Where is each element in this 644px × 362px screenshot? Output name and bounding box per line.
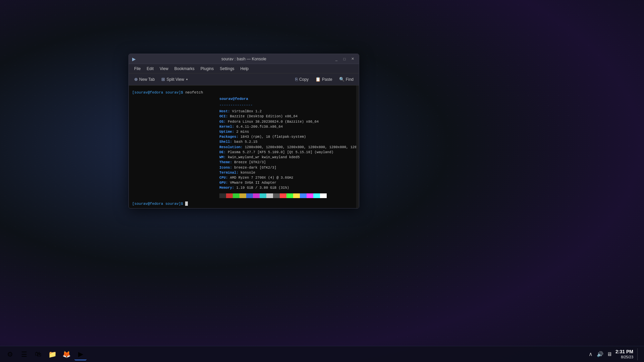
copy-button[interactable]: ⎘ Copy [292, 75, 311, 83]
chevron-down-icon: ▾ [186, 78, 188, 81]
show-desktop-button[interactable] [637, 348, 640, 360]
info-key: Shell: [219, 140, 232, 144]
info-val: Breeze [GTK2/3] [234, 160, 266, 164]
system-tray: ∧ 🔊 🖥 [587, 351, 613, 358]
new-tab-button[interactable]: ⊕ New Tab [131, 75, 157, 83]
menu-view[interactable]: View [157, 65, 171, 72]
menu-help[interactable]: Help [238, 65, 252, 72]
copy-label: Copy [299, 77, 309, 82]
info-key: GPU: [219, 181, 228, 185]
color-block [293, 193, 300, 198]
sysinfo-item: Shell: bash 5.2.15 [219, 139, 356, 144]
sysinfo-item: CPU: AMD Ryzen 7 2700X (4) @ 3.6GHz [219, 175, 356, 180]
info-key: Packages: [219, 135, 238, 139]
info-val: 6.4.11-200.fc38.x86_64 [236, 125, 283, 129]
info-val: 1843 (rpm), 18 (flatpak-system) [240, 135, 306, 139]
volume-icon[interactable]: 🔊 [597, 351, 603, 358]
info-key: Uptime: [219, 130, 234, 134]
find-button[interactable]: 🔍 Find [336, 75, 356, 83]
info-key: CPU: [219, 176, 228, 180]
sysinfo-item: GPU: VMware SVGA II Adapter [219, 180, 356, 185]
info-val: 1.19 GiB / 3.80 GiB (31%) [236, 186, 289, 190]
sysinfo-item: WM: kwin_wayland_wr kwin_wayland kded5 [219, 155, 356, 160]
sysinfo-item: Memory: 1.19 GiB / 3.80 GiB (31%) [219, 185, 356, 190]
prompt-final: [sourav@fedora sourav]$ [132, 201, 353, 206]
color-block [233, 193, 239, 198]
konsole-icon: ▶ [132, 56, 138, 62]
split-view-button[interactable]: ⊞ Split View ▾ [159, 75, 190, 83]
info-key: OS: [219, 120, 226, 124]
info-key: Icons: [219, 166, 232, 170]
info-val: 2 mins [236, 130, 249, 134]
taskbar-icon-dolphin[interactable]: ☰ [18, 348, 30, 360]
terminal-area[interactable]: [sourav@fedora sourav]$ neofetch sourav@… [129, 85, 359, 208]
find-icon: 🔍 [339, 77, 344, 82]
sysinfo-item: DE: Plasma 5.27.7 [KF5 5.109.0] [Qt 5.15… [219, 150, 356, 155]
prompt-user: [sourav@fedora sourav]$ [132, 90, 183, 95]
taskbar-icon-discover[interactable]: 🛍 [32, 348, 44, 360]
toolbar: ⊕ New Tab ⊞ Split View ▾ ⎘ Copy 📋 Paste [129, 73, 359, 85]
sysinfo-item: OS: Fedora Linux 38.20230824.0 (Bazzite)… [219, 119, 356, 124]
neofetch-output: sourav@fedora --------------- Host: Virt… [132, 97, 353, 198]
taskbar-icon-kde-menu[interactable]: ⚙ [4, 348, 16, 360]
info-val: AMD Ryzen 7 2700X (4) @ 3.6GHz [230, 176, 293, 180]
taskbar-icon-files[interactable]: 📁 [46, 348, 58, 360]
menu-bar: File Edit View Bookmarks Plugins Setting… [129, 64, 359, 73]
color-block [253, 193, 260, 198]
paste-icon: 📋 [315, 77, 321, 82]
minimize-button[interactable]: _ [333, 56, 339, 62]
info-val: VMware SVGA II Adapter [230, 181, 277, 185]
terminal-content[interactable]: [sourav@fedora sourav]$ neofetch sourav@… [129, 85, 356, 208]
sysinfo-item: Icons: breeze-dark [GTK2/3] [219, 165, 356, 170]
taskbar-icon-firefox[interactable]: 🦊 [60, 348, 72, 360]
info-key: Kernel: [219, 125, 234, 129]
color-blocks [219, 193, 356, 198]
clock[interactable]: 2:31 PM 8/25/23 [615, 349, 633, 359]
sysinfo-panel: sourav@fedora --------------- Host: Virt… [219, 97, 356, 198]
clock-time: 2:31 PM [615, 349, 633, 355]
menu-edit[interactable]: Edit [144, 65, 156, 72]
info-key: WM: [219, 155, 226, 159]
maximize-button[interactable]: □ [341, 56, 347, 62]
menu-bookmarks[interactable]: Bookmarks [172, 65, 197, 72]
color-block [307, 193, 313, 198]
info-val: 1280x800, 1280x800, 1280x800, 1280x800, … [245, 145, 356, 149]
display-icon[interactable]: 🖥 [606, 351, 613, 358]
paste-button[interactable]: 📋 Paste [313, 75, 335, 83]
color-block [286, 193, 293, 198]
color-block [246, 193, 253, 198]
new-tab-label: New Tab [139, 77, 155, 82]
window-title: sourav : bash — Konsole [221, 57, 266, 61]
color-block [226, 193, 233, 198]
sysinfo-item: Uptime: 2 mins [219, 129, 356, 134]
title-bar: ▶ sourav : bash — Konsole _ □ ✕ [129, 54, 359, 64]
split-view-icon: ⊞ [161, 77, 165, 82]
chevron-up-icon[interactable]: ∧ [587, 351, 594, 358]
menu-plugins[interactable]: Plugins [198, 65, 216, 72]
scrollbar[interactable] [356, 85, 359, 208]
window-controls: _ □ ✕ [333, 56, 356, 62]
konsole-window: ▶ sourav : bash — Konsole _ □ ✕ File Edi… [128, 54, 359, 208]
paste-label: Paste [322, 77, 332, 82]
taskbar-icon-konsole[interactable]: ▶ [74, 348, 87, 360]
color-block [239, 193, 246, 198]
sysinfo-item: Packages: 1843 (rpm), 18 (flatpak-system… [219, 134, 356, 139]
split-view-label: Split View [166, 77, 184, 82]
sysinfo-item: OCI: Bazzite (Desktop Edition) x86_64 [219, 114, 356, 119]
menu-file[interactable]: File [131, 65, 143, 72]
username-line: sourav@fedora [219, 97, 356, 102]
close-button[interactable]: ✕ [350, 56, 356, 62]
menu-settings[interactable]: Settings [217, 65, 237, 72]
info-val: Plasma 5.27.7 [KF5 5.109.0] [Qt 5.15.10]… [228, 150, 333, 154]
info-val: konsole [240, 171, 255, 175]
info-key: Terminal: [219, 171, 238, 175]
info-key: Memory: [219, 186, 234, 190]
info-val: Fedora Linux 38.20230824.0 (Bazzite) x86… [228, 120, 319, 124]
color-block [313, 193, 320, 198]
taskbar: ⚙☰🛍📁🦊▶ ∧ 🔊 🖥 2:31 PM 8/25/23 [0, 346, 644, 362]
color-block [219, 193, 226, 198]
command-line: [sourav@fedora sourav]$ neofetch [132, 90, 353, 95]
find-label: Find [346, 77, 354, 82]
ascii-art [132, 97, 213, 198]
info-val: bash 5.2.15 [234, 140, 257, 144]
